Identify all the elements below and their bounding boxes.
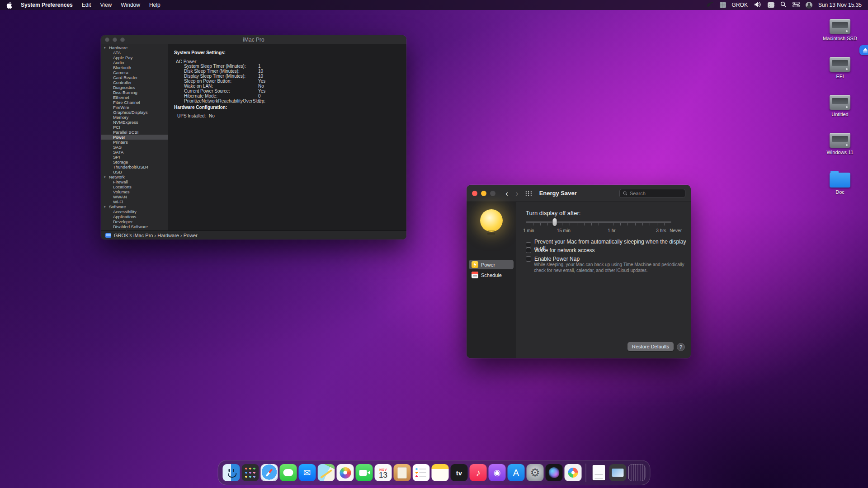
sysinfo-row-audio[interactable]: ▾ Audio [101,60,168,65]
menu-bar-clock[interactable]: Sun 13 Nov 15.35 [818,2,862,8]
forward-button[interactable]: › [512,189,522,197]
dock-safari-icon[interactable] [261,464,278,481]
sysinfo-row-network[interactable]: ▾ Network [101,174,168,179]
dock-podcasts-icon[interactable]: ◉ [489,464,506,481]
dock-photos-icon[interactable] [337,464,354,481]
sysinfo-row-software[interactable]: ▾ Software [101,204,168,209]
dock-siri-icon[interactable] [546,464,563,481]
energy-titlebar[interactable]: ‹ › Energy Saver [467,185,691,202]
sysinfo-row-applications[interactable]: ▾ Applications [101,214,168,219]
eject-badge-icon[interactable] [859,45,868,55]
show-all-grid-icon[interactable] [525,191,532,196]
dock-contacts-icon[interactable] [394,464,411,481]
menu-item-system-preferences[interactable]: System Preferences [17,2,77,8]
sysinfo-titlebar[interactable]: iMac Pro [101,35,406,44]
desktop-icon-windows-11[interactable]: Windows 11 [817,133,863,155]
sysinfo-row-sata[interactable]: ▾ SATA [101,150,168,155]
display-off-slider[interactable] [526,218,671,229]
search-field[interactable] [619,189,685,198]
dock-app-store-icon[interactable]: A [508,464,525,481]
close-button[interactable] [472,191,477,196]
spotlight-icon[interactable] [780,1,787,9]
sysinfo-row-usb[interactable]: ▾ USB [101,169,168,174]
menu-item-edit[interactable]: Edit [78,2,95,8]
dock-system-preferences-icon[interactable]: ⚙ [527,464,544,481]
grid-app-icon[interactable] [720,2,726,8]
volume-icon[interactable] [754,1,762,9]
sysinfo-row-disc-burning[interactable]: ▾ Disc Burning [101,90,168,95]
sysinfo-row-firewire[interactable]: ▾ FireWire [101,105,168,110]
control-center-icon[interactable] [793,2,800,9]
desktop-icon-efi[interactable]: EFI [817,57,863,79]
dock-reminders-icon[interactable] [413,464,430,481]
dock-notes-icon[interactable] [432,464,449,481]
sysinfo-row-extensions[interactable]: ▾ Extensions [101,229,168,230]
sysinfo-row-bluetooth[interactable]: ▾ Bluetooth [101,65,168,70]
sysinfo-row-power[interactable]: ▾ Power [101,135,168,140]
sysinfo-row-printers[interactable]: ▾ Printers [101,140,168,145]
sysinfo-row-locations[interactable]: ▾ Locations [101,184,168,189]
sysinfo-row-diagnostics[interactable]: ▾ Diagnostics [101,85,168,90]
bird-icon[interactable] [706,1,714,9]
dock-messages-icon[interactable] [280,464,297,481]
keyboard-icon[interactable] [768,2,774,8]
wake-network-checkbox[interactable] [526,248,531,253]
sysinfo-row-graphics-displays[interactable]: ▾ Graphics/Displays [101,110,168,115]
sysinfo-row-pci[interactable]: ▾ PCI [101,125,168,130]
sysinfo-row-wi-fi[interactable]: ▾ Wi-Fi [101,199,168,204]
back-button[interactable]: ‹ [502,189,512,197]
minimize-button[interactable] [481,191,486,196]
user-icon[interactable] [806,2,812,9]
dock-music-icon[interactable]: ♪ [470,464,487,481]
breadcrumb[interactable]: GROK's iMac Pro › Hardware › Power [114,233,198,238]
zoom-button[interactable] [490,191,495,196]
menu-item-help[interactable]: Help [145,2,165,8]
sysinfo-row-wwan[interactable]: ▾ WWAN [101,194,168,199]
apple-menu-icon[interactable] [6,2,12,9]
search-input[interactable] [630,191,682,196]
dock-mail-icon[interactable]: ✉ [299,464,316,481]
dock-finder-icon[interactable] [223,464,240,481]
dock-tv-icon[interactable]: tv [451,464,468,481]
sysinfo-row-accessibility[interactable]: ▾ Accessibility [101,209,168,214]
desktop-icon-untitled[interactable]: Untitled [817,95,863,117]
sysinfo-row-controller[interactable]: ▾ Controller [101,80,168,85]
dock-maps-icon[interactable] [318,464,335,481]
sysinfo-row-sas[interactable]: ▾ SAS [101,145,168,150]
sysinfo-row-thunderbolt-usb4[interactable]: ▾ Thunderbolt/USB4 [101,164,168,169]
sysinfo-row-disabled-software[interactable]: ▾ Disabled Software [101,224,168,229]
username-label[interactable]: GROK [732,2,748,8]
sysinfo-row-spi[interactable]: ▾ SPI [101,155,168,160]
dock-facetime-icon[interactable] [356,464,373,481]
desktop-icon-macintosh-ssd[interactable]: Macintosh SSD [817,19,863,41]
dock-textedit-icon[interactable] [590,464,608,481]
sysinfo-row-parallel-scsi[interactable]: ▾ Parallel SCSI [101,130,168,135]
sysinfo-row-ata[interactable]: ▾ ATA [101,50,168,55]
menu-item-window[interactable]: Window [117,2,144,8]
sysinfo-row-hardware[interactable]: ▾ Hardware [101,45,168,50]
slider-track[interactable] [526,221,671,223]
power-nap-checkbox[interactable] [526,256,531,262]
sysinfo-row-apple-pay[interactable]: ▾ Apple Pay [101,55,168,60]
sysinfo-row-volumes[interactable]: ▾ Volumes [101,189,168,194]
energy-tab-schedule[interactable]: Schedule [469,270,514,280]
sysinfo-row-camera[interactable]: ▾ Camera [101,70,168,75]
sysinfo-row-card-reader[interactable]: ▾ Card Reader [101,75,168,80]
sysinfo-row-developer[interactable]: ▾ Developer [101,219,168,224]
restore-defaults-button[interactable]: Restore Defaults [627,342,674,351]
desktop-icon-doc[interactable]: Doc [817,171,863,195]
display-off-slider-thumb[interactable] [553,218,557,226]
dock-screenshot-file-icon[interactable] [609,464,627,481]
energy-tab-power[interactable]: Power [469,260,514,269]
dock-trash-icon[interactable] [628,464,646,481]
dock-calendar-icon[interactable]: NOV 13 [375,464,392,481]
sysinfo-row-nvmexpress[interactable]: ▾ NVMExpress [101,120,168,125]
help-button[interactable]: ? [677,343,685,351]
sysinfo-row-ethernet[interactable]: ▾ Ethernet [101,95,168,100]
sysinfo-row-memory[interactable]: ▾ Memory [101,115,168,120]
sysinfo-row-fibre-channel[interactable]: ▾ Fibre Channel [101,100,168,105]
dock-launchpad-icon[interactable] [242,464,259,481]
menu-item-view[interactable]: View [96,2,116,8]
sysinfo-row-firewall[interactable]: ▾ Firewall [101,179,168,184]
dock-photo-booth-icon[interactable] [565,464,582,481]
